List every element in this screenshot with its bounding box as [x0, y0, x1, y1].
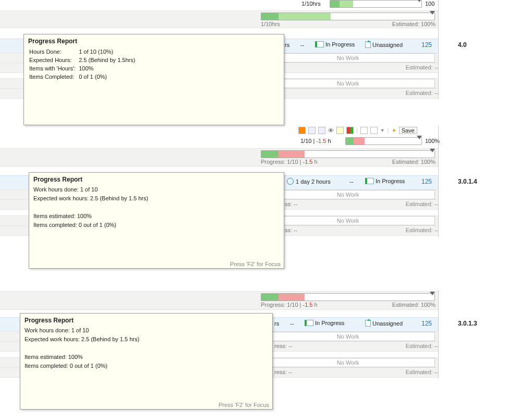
est-5: Estimated: -- [396, 343, 438, 349]
status-toggle-icon[interactable] [346, 127, 354, 134]
nowork-bar-5: No Work [261, 332, 435, 341]
sched-cell: 1 day 2 hours [287, 178, 331, 185]
dropdown-icon[interactable]: ▼ [380, 128, 385, 133]
save-button[interactable]: Save [399, 127, 417, 134]
top-bar-label-2: 1/10 | -1.5 h [300, 138, 331, 144]
edit-icon[interactable] [360, 127, 368, 134]
second-bar-label-2: Progress: 1/10 | -1.5 h [261, 159, 318, 165]
est-2: Estimated: -- [396, 90, 438, 96]
row-suffix-6: ress: -- [274, 369, 292, 375]
tt3-l3: Items estimated: 100% [25, 353, 268, 362]
top-bar-label: 1/10hrs [301, 1, 321, 7]
sb3-b: -1.5 [303, 302, 313, 308]
blue-row-suffix: rs [285, 42, 289, 48]
assignee-icon [365, 41, 371, 48]
top-bar-pct-2: 100% [425, 138, 440, 144]
tt3-l0: Work hours done: 1 of 10 [25, 326, 268, 335]
sb2-a: Progress: 1/10 | [261, 159, 303, 165]
item-id[interactable]: 125 [421, 41, 432, 49]
zoom-icon[interactable]: 👁 [328, 127, 334, 134]
tt2-l3: Items estimated: 100% [33, 212, 280, 221]
second-bar-est-2: Estimated: 100% [392, 159, 436, 165]
item-id-2[interactable]: 125 [421, 178, 432, 185]
est-4: Estimated: -- [396, 227, 438, 233]
tt-k3: Items with 'Hours': [29, 65, 78, 72]
status-icon [315, 41, 324, 47]
second-bar-est-3: Estimated: 100% [392, 302, 436, 308]
clock-icon [287, 178, 294, 185]
tt-v3: 100% [79, 65, 137, 72]
tt3-l1: Expected work hours: 2.5 (Behind by 1.5 … [25, 335, 268, 344]
refresh-icon[interactable]: ✦ [392, 127, 396, 134]
nowork-bar-3: No Work [261, 190, 435, 199]
item-id-3[interactable]: 125 [421, 320, 432, 327]
blue-row-suffix-3: rs [274, 320, 279, 327]
version-label-2: 3.0.1.4 [458, 178, 477, 185]
sb3-a: Progress: 1/10 | [261, 302, 303, 308]
assignee-text: Unassigned [372, 42, 403, 48]
panel-divider-1 [438, 0, 439, 99]
tt3-l4: Items completed: 0 out of 1 (0%) [25, 362, 268, 370]
tt-v2: 2.5 (Behind by 1.5hrs) [79, 56, 137, 64]
row-suffix-3: ss: -- [285, 201, 297, 207]
blue-row-dash-2: -- [349, 178, 353, 185]
second-bar-est: Estimated: 100% [392, 21, 436, 27]
flag-icon[interactable] [336, 127, 344, 134]
tt-k4: Items Completed: [29, 73, 78, 80]
panel-divider-3 [438, 290, 439, 378]
status-text-3: In Progress [315, 320, 344, 326]
status-text: In Progress [325, 41, 355, 47]
tt2-l1: Expected work hours: 2.5 (Behind by 1.5 … [33, 194, 280, 203]
tooltip-title: Progress Report [28, 38, 280, 45]
expand-icon[interactable] [318, 127, 325, 134]
sb3-c: h [312, 302, 317, 308]
panel-divider-2 [438, 125, 439, 237]
tt-v1: 1 of 10 (10%) [79, 48, 137, 55]
tb2-c: h [326, 138, 331, 144]
tooltip-footer-3: Press 'F2' for Focus [219, 402, 269, 408]
tooltip-footer-2: Press 'F2' for Focus [230, 261, 281, 267]
progress-report-tooltip-2: Progress Report Work hours done: 1 of 10… [29, 172, 284, 269]
assignee-cell: Unassigned [365, 41, 403, 48]
sb2-b: -1.5 [303, 159, 313, 165]
toolbar: 👁 | ▼ | ✦ Save [298, 127, 417, 134]
status-cell-3: In Progress [305, 320, 344, 326]
assignee-icon-3 [365, 320, 371, 327]
nowork-bar-2: No Work [261, 79, 435, 88]
sb2-c: h [312, 159, 317, 165]
blue-row-dash-3: -- [290, 320, 294, 327]
rss-icon[interactable] [298, 127, 306, 134]
toolbar-sep-2: | [388, 127, 389, 134]
est-6: Estimated: -- [396, 369, 438, 375]
second-bar-label: 1/10hrs [261, 21, 280, 27]
top-progress-bar [330, 0, 422, 8]
est-3: Estimated: -- [396, 201, 438, 207]
status-cell-2: In Progress [365, 178, 405, 184]
progress-report-tooltip-3: Progress Report Work hours done: 1 of 10… [20, 313, 273, 410]
tt-v4: 0 of 1 (0%) [79, 73, 137, 80]
tt-k1: Hours Done: [29, 48, 78, 55]
tb2-a: 1/10 | [300, 138, 316, 144]
top-bar-pct: 100 [425, 1, 434, 7]
progress-report-tooltip: Progress Report Hours Done:1 of 10 (10%)… [23, 34, 284, 125]
version-label-3: 3.0.1.3 [458, 320, 477, 327]
tt2-l4: Items completed: 0 out of 1 (0%) [33, 221, 280, 230]
top-progress-bar-2 [345, 137, 422, 145]
sched-text: 1 day 2 hours [296, 178, 331, 185]
status-cell: In Progress [315, 41, 355, 47]
assignee-cell-3: Unassigned [365, 320, 403, 327]
status-icon-3 [305, 320, 313, 326]
second-progress-bar-3 [261, 293, 435, 301]
second-progress-bar-2 [261, 150, 435, 158]
tooltip-title-2: Progress Report [33, 176, 280, 183]
collapse-icon[interactable] [308, 127, 316, 134]
tooltip-title-3: Progress Report [25, 317, 268, 324]
second-bar-label-3: Progress: 1/10 | -1.5 h [261, 302, 318, 308]
tt-k2: Expected Hours: [29, 56, 78, 64]
tt2-l0: Work hours done: 1 of 10 [33, 185, 280, 194]
tooltip-table: Hours Done:1 of 10 (10%) Expected Hours:… [28, 47, 138, 81]
status-icon-2 [365, 178, 374, 184]
note-icon[interactable] [370, 127, 378, 134]
row-suffix-5: ress: -- [274, 343, 292, 349]
est-1: Estimated: -- [396, 64, 438, 70]
